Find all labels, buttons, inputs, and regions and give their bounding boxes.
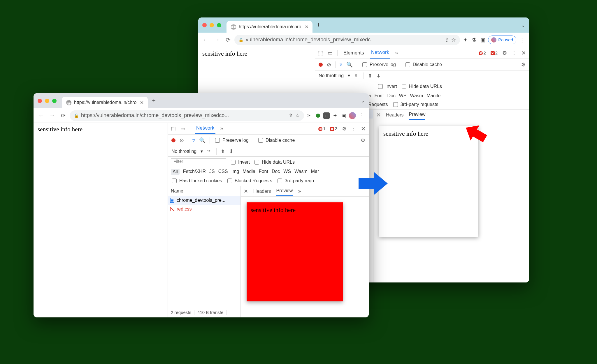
back-button[interactable]: ← (36, 112, 46, 119)
star-icon[interactable]: ☆ (451, 37, 456, 43)
more-tabs-icon[interactable]: » (395, 50, 398, 56)
new-tab-button[interactable]: + (317, 21, 320, 29)
gear-icon[interactable]: ⚙ (502, 50, 507, 56)
browser-tab[interactable]: https://vulnerabledoma.in/chro ✕ (62, 97, 148, 108)
search-icon[interactable]: 🔍 (346, 61, 353, 68)
network-gear-icon[interactable]: ⚙ (521, 61, 526, 68)
chrome-menu-icon[interactable]: ⋮ (518, 36, 526, 43)
maximize-window-icon[interactable] (217, 23, 221, 27)
invert-checkbox[interactable]: Invert (230, 159, 250, 165)
ext-n-icon[interactable]: n (323, 112, 330, 119)
chevron-down-icon[interactable]: ▾ (348, 73, 350, 78)
profile-paused-chip[interactable]: Paused (488, 36, 516, 44)
share-icon[interactable]: ⇪ (289, 112, 293, 119)
star-icon[interactable]: ☆ (295, 112, 300, 119)
error-badge-1[interactable]: ✖2 (479, 50, 486, 56)
tab-headers[interactable]: Headers (386, 110, 403, 120)
close-tab-icon[interactable]: ✕ (305, 24, 308, 30)
browser-tab[interactable]: https://vulnerabledoma.in/chro ✕ (226, 21, 312, 33)
list-header[interactable]: Name (168, 186, 240, 196)
download-icon[interactable]: ⬇ (376, 73, 381, 79)
kebab-icon[interactable]: ⋮ (351, 126, 356, 132)
search-icon[interactable]: 🔍 (199, 137, 206, 144)
tab-network[interactable]: Network (370, 47, 390, 59)
panel-icon[interactable]: ▣ (479, 36, 486, 43)
panel-icon[interactable]: ▣ (340, 112, 347, 119)
preserve-log-checkbox[interactable]: Preserve log (361, 61, 396, 68)
forward-button[interactable]: → (212, 36, 222, 43)
error-badge-2[interactable]: ✖2 (491, 50, 498, 56)
record-icon[interactable] (171, 138, 175, 142)
window-controls[interactable] (38, 99, 57, 103)
close-window-icon[interactable] (38, 99, 42, 103)
close-devtools-icon[interactable]: ✕ (361, 125, 366, 132)
clear-icon[interactable]: ⊘ (180, 137, 184, 144)
share-icon[interactable]: ⇪ (445, 37, 449, 43)
resource-type-filters[interactable]: All Fetch/XHR JS CSS Img Media Font Doc … (168, 168, 369, 176)
error-badge-2[interactable]: ✖2 (330, 126, 337, 132)
chrome-menu-icon[interactable]: ⋮ (358, 112, 366, 119)
reload-button[interactable]: ⟳ (59, 112, 68, 119)
filter-icon[interactable]: ▿ (192, 137, 195, 144)
hide-data-urls-checkbox[interactable]: Hide data URLs (253, 159, 295, 165)
close-window-icon[interactable] (202, 23, 207, 27)
more-tabs-icon[interactable]: » (298, 188, 301, 194)
invert-checkbox[interactable]: Invert (377, 83, 397, 90)
error-badge-1[interactable]: ✖1 (318, 126, 325, 132)
flask-icon[interactable]: ⚗ (470, 36, 477, 43)
new-tab-button[interactable]: + (152, 97, 156, 105)
tab-network[interactable]: Network (195, 123, 215, 134)
tab-list-chevron-icon[interactable]: ⌄ (361, 98, 365, 104)
device-icon[interactable]: ▭ (328, 50, 333, 56)
upload-icon[interactable]: ⬆ (221, 148, 225, 155)
download-icon[interactable]: ⬇ (229, 148, 233, 155)
chevron-down-icon[interactable]: ▾ (201, 149, 203, 154)
minimize-window-icon[interactable] (45, 99, 49, 103)
wifi-icon[interactable]: ᯤ (354, 73, 359, 79)
close-devtools-icon[interactable]: ✕ (521, 50, 526, 56)
close-tab-icon[interactable]: ✕ (140, 100, 144, 105)
preserve-log-checkbox[interactable]: Preserve log (214, 137, 249, 144)
device-icon[interactable]: ▭ (180, 126, 185, 132)
close-detail-icon[interactable]: ✕ (376, 112, 381, 118)
minimize-window-icon[interactable] (210, 23, 214, 27)
request-row[interactable]: red.css (168, 205, 240, 213)
filter-icon[interactable]: ▿ (340, 61, 342, 68)
tab-headers[interactable]: Headers (253, 186, 271, 196)
upload-icon[interactable]: ⬆ (368, 73, 372, 79)
hide-data-urls-checkbox[interactable]: Hide data URLs (401, 83, 442, 90)
disable-cache-checkbox[interactable]: Disable cache (257, 137, 295, 144)
more-tabs-icon[interactable]: » (220, 126, 223, 132)
network-gear-icon[interactable]: ⚙ (361, 137, 365, 144)
filter-input[interactable]: Filter (171, 158, 226, 166)
inspect-icon[interactable]: ⬚ (318, 50, 323, 56)
avatar-icon[interactable] (349, 112, 356, 119)
maximize-window-icon[interactable] (52, 99, 57, 103)
kebab-icon[interactable]: ⋮ (512, 50, 517, 56)
clear-icon[interactable]: ⊘ (327, 61, 331, 68)
tab-elements[interactable]: Elements (342, 47, 365, 59)
extensions-icon[interactable]: ✦ (462, 36, 469, 43)
tab-preview[interactable]: Preview (409, 110, 425, 120)
third-party-checkbox[interactable]: 3rd-party requ (276, 178, 314, 184)
request-row[interactable]: chrome_devtools_pre... (168, 196, 240, 205)
back-button[interactable]: ← (201, 36, 210, 43)
throttle-select[interactable]: No throttling (171, 149, 196, 154)
tab-list-chevron-icon[interactable]: ⌄ (521, 22, 525, 28)
ext1-icon[interactable]: ⬢ (315, 112, 322, 119)
wifi-icon[interactable]: ᯤ (207, 148, 212, 154)
record-icon[interactable] (319, 63, 323, 67)
reload-button[interactable]: ⟳ (223, 36, 233, 43)
throttle-select[interactable]: No throttling (319, 73, 344, 78)
gear-icon[interactable]: ⚙ (342, 126, 347, 132)
tab-preview[interactable]: Preview (276, 186, 293, 196)
disable-cache-checkbox[interactable]: Disable cache (404, 61, 442, 68)
blocked-requests-checkbox[interactable]: Blocked Requests (226, 178, 272, 184)
inspect-icon[interactable]: ⬚ (171, 126, 176, 132)
address-bar[interactable]: https://vulnerabledoma.in/chrome_devtool… (70, 110, 304, 121)
close-detail-icon[interactable]: ✕ (244, 188, 248, 195)
forward-button[interactable]: → (48, 112, 57, 119)
third-party-checkbox[interactable]: 3rd-party requests (392, 101, 438, 108)
address-bar[interactable]: vulnerabledoma.in/chrome_devtools_previe… (234, 35, 460, 45)
scissors-icon[interactable]: ✂ (306, 112, 313, 119)
